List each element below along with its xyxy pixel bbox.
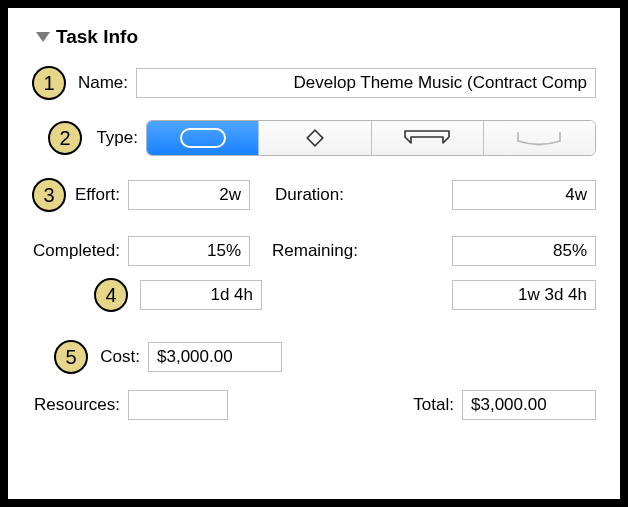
type-option-task[interactable] xyxy=(147,121,259,155)
callout-badge-2: 2 xyxy=(48,121,82,155)
remaining-percent-input[interactable] xyxy=(452,236,596,266)
disclosure-triangle-icon[interactable] xyxy=(36,32,50,42)
type-option-hammock[interactable] xyxy=(484,121,595,155)
callout-badge-5: 5 xyxy=(54,340,88,374)
type-option-milestone[interactable] xyxy=(259,121,371,155)
type-option-group[interactable] xyxy=(372,121,484,155)
total-input[interactable] xyxy=(462,390,596,420)
label-total: Total: xyxy=(392,395,462,415)
label-duration: Duration: xyxy=(264,185,352,205)
callout-badge-3: 3 xyxy=(32,178,66,212)
duration-input[interactable] xyxy=(452,180,596,210)
row-time: 4 xyxy=(32,278,596,312)
task-bar-icon xyxy=(180,128,226,148)
label-cost: Cost: xyxy=(88,347,148,367)
svg-rect-1 xyxy=(307,130,323,146)
group-bracket-icon xyxy=(401,127,453,149)
label-type: Type: xyxy=(82,128,146,148)
task-info-panel: Task Info 1 Name: 2 Type: xyxy=(8,8,620,499)
section-header[interactable]: Task Info xyxy=(32,26,596,48)
section-title: Task Info xyxy=(56,26,138,48)
milestone-diamond-icon xyxy=(303,126,327,150)
name-input[interactable] xyxy=(136,68,596,98)
effort-input[interactable] xyxy=(128,180,250,210)
label-resources: Resources: xyxy=(20,395,128,415)
row-name: 1 Name: xyxy=(32,66,596,100)
type-segmented-control xyxy=(146,120,596,156)
row-completed: Completed: Remaining: xyxy=(32,236,596,266)
completed-percent-input[interactable] xyxy=(128,236,250,266)
label-name: Name: xyxy=(66,73,136,93)
cost-input[interactable] xyxy=(148,342,282,372)
callout-badge-4: 4 xyxy=(94,278,128,312)
remaining-time-input[interactable] xyxy=(452,280,596,310)
label-completed: Completed: xyxy=(20,241,128,261)
svg-rect-0 xyxy=(181,129,225,147)
hammock-icon xyxy=(514,128,564,148)
row-cost: 5 Cost: xyxy=(32,340,596,374)
label-effort: Effort: xyxy=(66,185,128,205)
label-remaining: Remaining: xyxy=(264,241,366,261)
resources-input[interactable] xyxy=(128,390,228,420)
row-resources: Resources: Total: xyxy=(32,390,596,420)
callout-badge-1: 1 xyxy=(32,66,66,100)
completed-time-input[interactable] xyxy=(140,280,262,310)
row-effort: 3 Effort: Duration: xyxy=(32,178,596,212)
row-type: 2 Type: xyxy=(32,120,596,156)
